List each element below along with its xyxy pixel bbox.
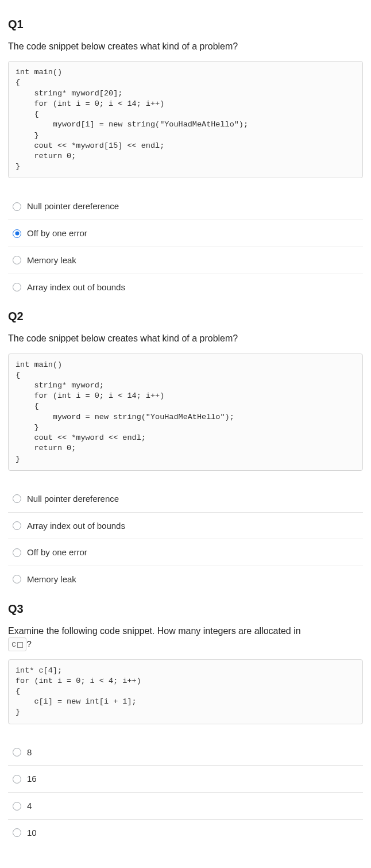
option-label: 4 <box>27 800 32 812</box>
q1-option-2[interactable]: Memory leak <box>8 247 363 274</box>
q2-code: int main() { string* myword; for (int i … <box>8 354 363 471</box>
q2-title: Q2 <box>8 308 363 325</box>
q1-prompt: The code snippet below creates what kind… <box>8 40 363 53</box>
q2-option-1[interactable]: Array index out of bounds <box>8 512 363 539</box>
q3-option-3[interactable]: 10 <box>8 819 363 846</box>
q2-options: Null pointer dereference Array index out… <box>8 486 363 593</box>
option-label: Memory leak <box>27 254 76 267</box>
q3-option-0[interactable]: 8 <box>8 739 363 766</box>
option-label: 16 <box>27 773 37 785</box>
q1-option-1[interactable]: Off by one error <box>8 220 363 247</box>
option-label: Off by one error <box>27 546 87 559</box>
option-label: Null pointer dereference <box>27 493 119 505</box>
q1-title: Q1 <box>8 16 363 33</box>
radio-icon <box>13 548 21 557</box>
radio-icon <box>13 229 21 238</box>
option-label: Array index out of bounds <box>27 520 125 532</box>
q3-prompt: Examine the following code snippet. How … <box>8 624 363 651</box>
radio-icon <box>13 283 21 291</box>
radio-icon <box>13 802 21 811</box>
radio-icon <box>13 256 21 264</box>
radio-icon <box>13 521 21 530</box>
option-label: Array index out of bounds <box>27 281 125 294</box>
radio-icon <box>13 202 21 211</box>
q1-code: int main() { string* myword[20]; for (in… <box>8 61 363 178</box>
q3-prompt-post: ? <box>26 639 31 648</box>
q3-title: Q3 <box>8 601 363 617</box>
q3-options: 8 16 4 10 <box>8 739 363 846</box>
inline-var-name: c <box>11 639 16 650</box>
q2-option-3[interactable]: Memory leak <box>8 566 363 593</box>
q2-prompt: The code snippet below creates what kind… <box>8 332 363 345</box>
q3-inline-code: c <box>8 637 26 651</box>
q1-options: Null pointer dereference Off by one erro… <box>8 193 363 300</box>
q3-code: int* c[4]; for (int i = 0; i < 4; i++) {… <box>8 659 363 724</box>
q2-option-2[interactable]: Off by one error <box>8 539 363 566</box>
option-label: Memory leak <box>27 573 76 586</box>
option-label: 8 <box>27 746 32 759</box>
q3-prompt-pre: Examine the following code snippet. How … <box>8 626 301 636</box>
radio-icon <box>13 775 21 783</box>
option-label: 10 <box>27 827 37 839</box>
radio-icon <box>13 575 21 583</box>
radio-icon <box>13 494 21 503</box>
option-label: Off by one error <box>27 227 87 240</box>
option-label: Null pointer dereference <box>27 200 119 213</box>
radio-icon <box>13 748 21 756</box>
q1-option-3[interactable]: Array index out of bounds <box>8 274 363 301</box>
square-bracket-icon <box>17 642 23 648</box>
q2-option-0[interactable]: Null pointer dereference <box>8 486 363 512</box>
q3-option-1[interactable]: 16 <box>8 765 363 792</box>
q1-option-0[interactable]: Null pointer dereference <box>8 193 363 220</box>
q3-option-2[interactable]: 4 <box>8 792 363 819</box>
radio-icon <box>13 828 21 837</box>
